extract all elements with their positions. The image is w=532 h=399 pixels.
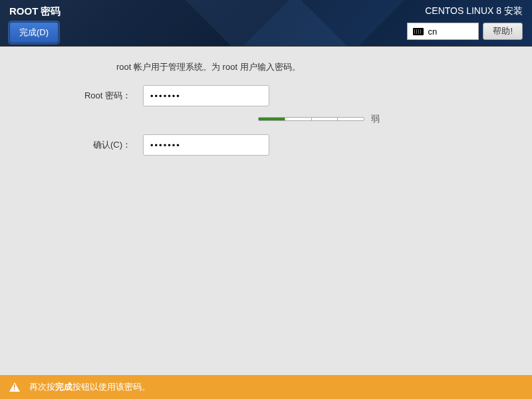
strength-segment — [312, 118, 338, 120]
confirm-password-row: 确认(C)： — [27, 134, 505, 156]
header-right: CENTOS LINUX 8 安装 cn 帮助! — [407, 5, 523, 46]
root-password-row: Root 密码： — [27, 85, 505, 106]
strength-segment — [338, 118, 364, 120]
warning-icon — [9, 382, 20, 392]
password-strength-label: 弱 — [371, 113, 380, 125]
header-bar: ROOT 密码 完成(D) CENTOS LINUX 8 安装 cn 帮助! — [0, 0, 532, 47]
warning-bar: 再次按完成按钮以使用该密码。 — [0, 375, 532, 399]
page-title: ROOT 密码 — [9, 5, 61, 18]
keyboard-layout-label: cn — [428, 27, 437, 37]
confirm-password-input[interactable] — [143, 134, 269, 156]
warning-text: 再次按完成按钮以使用该密码。 — [29, 381, 150, 393]
topbar-controls: cn 帮助! — [407, 23, 523, 40]
password-strength-row: 弱 — [258, 113, 505, 125]
help-button[interactable]: 帮助! — [483, 23, 523, 40]
password-strength-meter — [258, 117, 364, 121]
root-password-input[interactable] — [143, 85, 269, 106]
confirm-password-label: 确认(C)： — [27, 139, 143, 151]
root-password-label: Root 密码： — [27, 90, 143, 102]
header-left: ROOT 密码 完成(D) — [9, 5, 61, 46]
warning-bold: 完成 — [55, 382, 72, 392]
warning-prefix: 再次按 — [29, 382, 55, 392]
strength-segment — [259, 118, 285, 120]
installer-title: CENTOS LINUX 8 安装 — [407, 5, 523, 17]
keyboard-layout-indicator[interactable]: cn — [407, 23, 479, 40]
keyboard-icon — [413, 28, 424, 35]
strength-segment — [285, 118, 312, 120]
warning-suffix: 按钮以使用该密码。 — [72, 382, 150, 392]
instruction-text: root 帐户用于管理系统。为 root 用户输入密码。 — [116, 61, 505, 73]
content-area: root 帐户用于管理系统。为 root 用户输入密码。 Root 密码： 弱 … — [0, 47, 532, 177]
done-button[interactable]: 完成(D) — [9, 22, 59, 43]
